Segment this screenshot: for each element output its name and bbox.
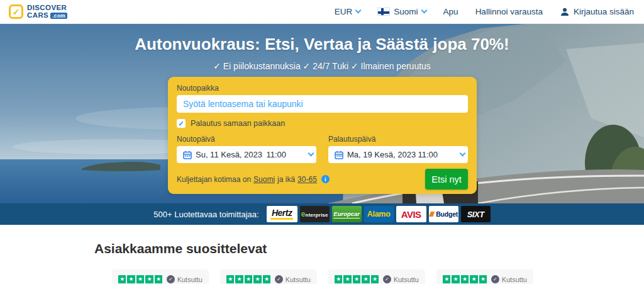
info-icon[interactable]: i: [321, 175, 330, 183]
review-card[interactable]: ✓ Kutsuttu: [328, 270, 425, 284]
star-icon: [145, 275, 153, 283]
suppliers-label: 500+ Luotettavaa toimittajaa:: [153, 210, 258, 219]
review-card[interactable]: ✓ Kutsuttu: [436, 270, 533, 284]
supplier-logo-alamo: Alamo: [364, 206, 394, 222]
star-icon: [443, 275, 450, 283]
supplier-logo-hertz: Hertz: [267, 206, 297, 222]
star-icon: [226, 275, 234, 283]
star-icon: [118, 275, 126, 283]
dropoff-date-field[interactable]: Ma, 19 Kesä, 2023 11:00: [328, 146, 468, 163]
logo-text-cars: CARS .com: [27, 12, 67, 20]
star-icon: [155, 275, 162, 283]
driver-residency-text: Kuljettajan kotimaa on Suomi ja ikä 30-6…: [177, 175, 330, 184]
invited-label: Kutsuttu: [394, 276, 419, 283]
star-icon: [127, 275, 135, 283]
star-icon: [371, 275, 379, 283]
pickup-location-label: Noutopaikka: [177, 84, 468, 93]
supplier-logo-budget: Budget: [429, 206, 458, 222]
pickup-date-label: Noutopäivä: [177, 135, 316, 144]
search-button[interactable]: Etsi nyt: [425, 169, 468, 190]
invited-check-icon: ✓: [275, 275, 282, 283]
calendar-icon: [183, 151, 192, 159]
star-icon: [461, 275, 469, 283]
finland-flag-icon: [377, 8, 390, 16]
search-panel: Noutopaikka ✓ Palautus samaan paikkaan N…: [168, 77, 477, 194]
supplier-logos: Hertz enterprise Europcar Alamo AVIS Bud…: [267, 206, 491, 222]
reviews-heading: Asiakkaamme suosittelevat: [94, 241, 644, 256]
supplier-logo-sixt: SIXT: [461, 206, 491, 222]
currency-selector[interactable]: EUR: [335, 7, 361, 16]
star-icon: [479, 275, 487, 283]
sign-in-link[interactable]: Kirjautua sisään: [560, 7, 634, 17]
top-header: ✓ DISCOVER CARS .com EUR Suomi Apu Halli…: [0, 0, 644, 24]
star-icon: [335, 275, 342, 283]
person-icon: [560, 7, 570, 17]
star-icon: [343, 275, 351, 283]
invited-check-icon: ✓: [167, 275, 174, 283]
star-icon: [136, 275, 144, 283]
dropoff-date-value: Ma, 19 Kesä, 2023: [347, 150, 416, 159]
star-icon: [235, 275, 243, 283]
pickup-date-value: Su, 11 Kesä, 2023: [196, 150, 262, 159]
review-card[interactable]: ✓ Kutsuttu: [220, 270, 317, 284]
invited-check-icon: ✓: [491, 275, 499, 283]
chevron-down-icon: [421, 8, 427, 14]
star-icon: [253, 275, 261, 283]
chevron-down-icon: [355, 8, 362, 14]
reviews-section: Asiakkaamme suosittelevat ✓ Kutsuttu ✓: [0, 225, 644, 284]
help-link[interactable]: Apu: [443, 7, 458, 16]
manage-booking-link[interactable]: Hallinnoi varausta: [475, 7, 543, 16]
supplier-logo-enterprise: enterprise: [300, 206, 330, 222]
logo-tld-badge: .com: [50, 13, 67, 20]
hero-section: Autonvuokraus: Etsi, Vertaa ja Säästä jo…: [0, 24, 644, 203]
invited-label: Kutsuttu: [286, 276, 311, 283]
star-icon: [353, 275, 360, 283]
star-icon: [452, 275, 459, 283]
chevron-down-icon: [308, 151, 314, 157]
header-nav: EUR Suomi Apu Hallinnoi varausta Kirjaut…: [335, 7, 634, 17]
hero-subtitle: ✓ Ei piilokustannuksia ✓ 24/7 Tuki ✓ Ilm…: [0, 61, 644, 71]
pickup-date-field[interactable]: Su, 11 Kesä, 2023 11:00: [177, 146, 316, 163]
invited-label: Kutsuttu: [177, 276, 203, 283]
star-icon: [470, 275, 477, 283]
discovercars-logo[interactable]: ✓ DISCOVER CARS .com: [9, 4, 67, 20]
pickup-location-input[interactable]: [177, 95, 468, 113]
pickup-time-value[interactable]: 11:00: [266, 150, 286, 159]
budget-orange-mark-icon: [429, 212, 435, 217]
supplier-logo-europcar: Europcar: [332, 206, 362, 222]
chevron-down-icon: [460, 151, 466, 157]
suppliers-bar: 500+ Luotettavaa toimittajaa: Hertz ente…: [0, 203, 644, 225]
invited-check-icon: ✓: [383, 275, 391, 283]
dropoff-time-value[interactable]: 11:00: [418, 150, 438, 159]
supplier-logo-avis: AVIS: [396, 206, 426, 222]
language-selector[interactable]: Suomi: [377, 7, 426, 16]
residency-country-link[interactable]: Suomi: [253, 175, 275, 184]
calendar-icon: [335, 151, 343, 159]
same-location-checkbox-row[interactable]: ✓ Palautus samaan paikkaan: [177, 119, 468, 128]
dropoff-date-label: Palautuspäivä: [328, 135, 468, 144]
checkbox-checked-icon[interactable]: ✓: [177, 119, 186, 128]
invited-label: Kutsuttu: [502, 276, 527, 283]
review-card[interactable]: ✓ Kutsuttu: [112, 270, 209, 284]
hero-title: Autonvuokraus: Etsi, Vertaa ja Säästä jo…: [0, 35, 644, 54]
driver-age-link[interactable]: 30-65: [297, 175, 317, 184]
logo-checkmark-icon: ✓: [9, 4, 23, 19]
star-icon: [362, 275, 369, 283]
star-icon: [245, 275, 252, 283]
same-location-label: Palautus samaan paikkaan: [191, 119, 285, 128]
review-cards-row: ✓ Kutsuttu ✓ Kutsuttu ✓: [112, 270, 644, 284]
logo-text-discover: DISCOVER: [27, 4, 67, 12]
star-icon: [263, 275, 270, 283]
